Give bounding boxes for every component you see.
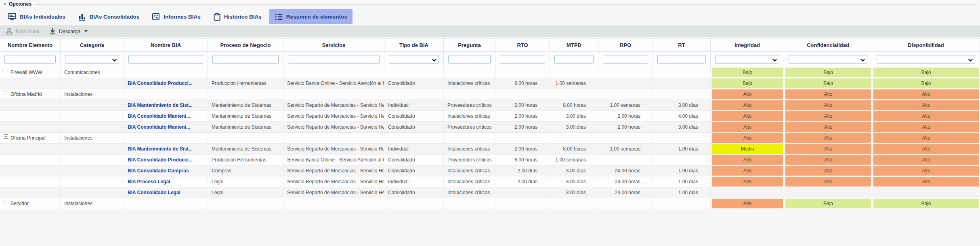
tab-resumen-de-elementos[interactable]: Resumen de elementos <box>269 9 353 24</box>
filter-input-rpo[interactable] <box>603 55 648 64</box>
column-header-proceso: Proceso de Negocio <box>208 38 283 52</box>
cell-mtpd: 3.00 días <box>550 165 598 176</box>
rating-chip: Alto <box>873 166 979 176</box>
cell-mtpd: 8.00 horas <box>550 144 598 154</box>
rating-chip: Alto <box>712 155 783 165</box>
collapse-icon[interactable]: − <box>4 69 8 73</box>
bia-link[interactable]: BIA Proceso Legal <box>128 179 170 184</box>
cell-nombre_elemento <box>0 144 61 154</box>
column-header-rpo: RPO <box>598 38 653 52</box>
rating-chip: Bajo <box>785 68 871 77</box>
filter-select-categoria[interactable] <box>65 55 119 64</box>
bia-link[interactable]: BIA Consolidado Producci... <box>128 157 193 163</box>
cell-pregunta: Intalaciones críticas <box>444 111 495 121</box>
cell-rt: 3.00 días <box>653 122 711 132</box>
column-header-rto: RTO <box>495 38 550 52</box>
bia-link[interactable]: BIA Consolidado Producci... <box>128 81 193 86</box>
cell-pregunta: Proveedores críticos <box>444 100 495 110</box>
bia-link[interactable]: BIA Consolidado Manteni... <box>128 113 190 119</box>
cell-integridad: Alto <box>711 89 784 100</box>
cell-nombre_elemento: −Oficina Madrid <box>0 89 61 100</box>
cell-integridad: Alto <box>711 198 784 209</box>
filter-cell-mtpd <box>550 52 598 67</box>
cell-integridad: Alto <box>711 100 784 110</box>
cell-nombre_elemento <box>0 122 61 132</box>
cell-integridad: Bajo <box>711 67 784 78</box>
cell-tipo: Consolidado <box>384 111 444 121</box>
bar-chart-icon <box>78 13 86 21</box>
filter-cell-disponibilidad <box>872 52 980 67</box>
filter-input-servicios[interactable] <box>288 55 380 64</box>
cell-categoria <box>61 78 124 89</box>
cell-servicios <box>283 67 384 78</box>
filter-select-confidencialidad[interactable] <box>789 55 867 64</box>
cell-categoria: Instalaciones <box>61 133 124 143</box>
chevron-down-icon <box>860 57 865 63</box>
panel-divider <box>35 4 976 5</box>
filter-cell-nombre_bia <box>124 52 208 67</box>
chevron-down-icon <box>432 57 436 63</box>
cell-pregunta: Intalaciones críticas <box>444 78 495 89</box>
cell-proceso <box>208 133 283 143</box>
cell-proceso: Legal <box>208 187 283 198</box>
bia-link[interactable]: BIA Consolidado Manteni... <box>128 124 190 130</box>
tab-bias-consolidados[interactable]: BIAs Consolidados <box>73 9 145 24</box>
cell-nombre_bia: BIA Consolidado Manteni... <box>124 122 208 132</box>
cell-tipo: Consolidado <box>384 187 444 198</box>
table-filter-row <box>0 52 980 67</box>
filter-input-pregunta[interactable] <box>448 55 491 64</box>
column-header-disponibilidad: Disponibilidad <box>872 38 980 52</box>
descarga-button[interactable]: Descarga <box>50 28 88 35</box>
cell-tipo: Individual <box>384 176 444 187</box>
column-header-nombre_bia: Nombre BIA <box>124 38 208 52</box>
table-row: BIA Proceso LegalLegalServicio Reparto d… <box>0 176 980 187</box>
bia-link[interactable]: BIA Mantenimiento de Sist... <box>128 146 193 152</box>
collapse-icon[interactable]: − <box>4 91 8 95</box>
cell-servicios: Servicio Reparto de Mercancias - Servici… <box>283 100 384 110</box>
table-row: BIA Consolidado Producci...Producción He… <box>0 78 980 89</box>
tree-icon <box>6 28 13 35</box>
bia-link[interactable]: BIA Mantenimiento de Sist... <box>128 102 193 108</box>
cell-rto <box>495 133 550 143</box>
filter-cell-rt <box>653 52 711 67</box>
cell-nombre_bia <box>124 133 208 143</box>
cell-servicios: Servicio Reparto de Mercancias - Servici… <box>283 144 384 154</box>
cell-tipo: Consolidado <box>384 122 444 132</box>
filter-select-tipo[interactable] <box>389 55 439 64</box>
cell-proceso <box>208 198 283 209</box>
filter-select-integridad[interactable] <box>715 55 779 64</box>
cell-nombre_bia: BIA Consolidado Producci... <box>124 155 208 165</box>
cell-rto <box>495 198 550 209</box>
filter-select-disponibilidad[interactable] <box>877 55 975 64</box>
tab-historico-bias[interactable]: Histórico BIAs <box>208 9 267 24</box>
cell-mtpd <box>550 89 598 100</box>
column-header-integridad: Integridad <box>711 38 784 52</box>
filter-input-rt[interactable] <box>657 55 706 64</box>
column-header-categoria: Categoría <box>61 38 124 52</box>
cell-nombre_elemento <box>0 100 61 110</box>
table-row: BIA Consolidado ComprasComprasServicio R… <box>0 165 980 176</box>
rating-chip: Alto <box>873 177 979 187</box>
filter-input-proceso[interactable] <box>212 55 279 64</box>
table-row-group: −Firewall WWWComunicacionesBajoBajoBajo <box>0 67 980 78</box>
cell-nombre_bia <box>124 67 208 78</box>
rating-chip: Bajo <box>712 78 783 88</box>
collapse-icon[interactable]: − <box>4 134 8 139</box>
filter-input-rto[interactable] <box>500 55 545 64</box>
filter-cell-servicios <box>283 52 384 67</box>
cell-categoria <box>61 144 124 154</box>
tab-bias-individuales[interactable]: BIAs Individuales <box>2 9 71 24</box>
cell-rto: 2.00 horas <box>495 100 550 110</box>
cell-rt <box>653 67 711 78</box>
column-header-tipo: Tipo de BIA <box>384 38 444 52</box>
tab-informes-bias[interactable]: Informes BIAs <box>147 9 206 24</box>
expand-icon[interactable]: + <box>4 200 8 204</box>
bia-link[interactable]: BIA Consolidado Compras <box>128 168 189 174</box>
filter-input-mtpd[interactable] <box>554 55 594 64</box>
filter-input-nombre_bia[interactable] <box>128 55 203 64</box>
filter-input-nombre_elemento[interactable] <box>4 55 56 64</box>
bia-link[interactable]: BIA Consolidado Legal <box>128 190 180 195</box>
cell-rpo: 24.00 horas <box>598 187 653 198</box>
cell-nombre_elemento: −Oficina Principal <box>0 133 61 143</box>
collapse-triangle-icon[interactable]: ▼ <box>3 2 6 6</box>
